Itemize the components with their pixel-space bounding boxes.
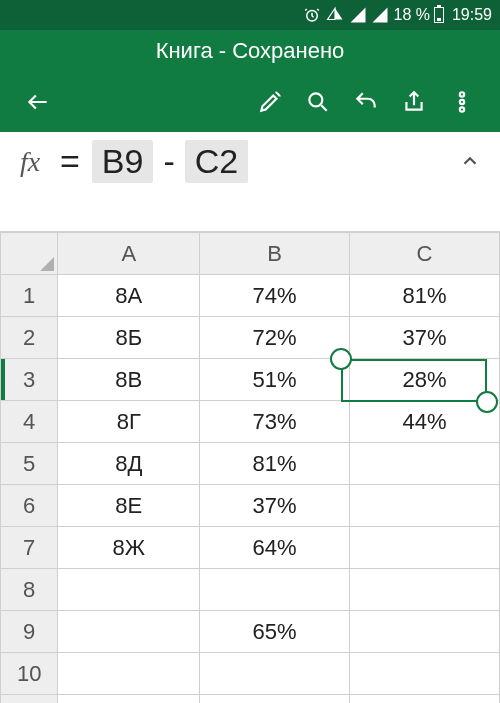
cell-c7[interactable] bbox=[350, 527, 500, 569]
cell-a5[interactable]: 8Д bbox=[58, 443, 200, 485]
back-button[interactable] bbox=[14, 78, 62, 126]
cell-a1[interactable]: 8А bbox=[58, 275, 200, 317]
cell-a6[interactable]: 8Е bbox=[58, 485, 200, 527]
undo-button[interactable] bbox=[342, 78, 390, 126]
cell-b9[interactable]: 65% bbox=[200, 611, 350, 653]
cell-c10[interactable] bbox=[350, 653, 500, 695]
cell-b8[interactable] bbox=[200, 569, 350, 611]
cell-b1[interactable]: 74% bbox=[200, 275, 350, 317]
cell-b4[interactable]: 73% bbox=[200, 401, 350, 443]
column-header-b[interactable]: B bbox=[200, 233, 350, 275]
row-header-10[interactable]: 10 bbox=[1, 653, 58, 695]
formula-operator: - bbox=[163, 142, 174, 181]
cell-c5[interactable] bbox=[350, 443, 500, 485]
svg-point-2 bbox=[460, 92, 464, 96]
cell-c4[interactable]: 44% bbox=[350, 401, 500, 443]
formula-bar: fx = B9 - C2 bbox=[0, 132, 500, 232]
row-header-6[interactable]: 6 bbox=[1, 485, 58, 527]
toolbar bbox=[0, 72, 500, 132]
signal-icon-2 bbox=[371, 6, 389, 24]
cell-a8[interactable] bbox=[58, 569, 200, 611]
column-header-c[interactable]: C bbox=[350, 233, 500, 275]
wifi-icon bbox=[325, 6, 345, 24]
cell-c3[interactable]: 28% bbox=[350, 359, 500, 401]
row-header-4[interactable]: 4 bbox=[1, 401, 58, 443]
formula-input[interactable]: = B9 - C2 bbox=[54, 140, 450, 183]
formula-equals: = bbox=[60, 142, 80, 181]
cell-c6[interactable] bbox=[350, 485, 500, 527]
more-button[interactable] bbox=[438, 78, 486, 126]
cell-a10[interactable] bbox=[58, 653, 200, 695]
title-bar: Книга - Сохранено bbox=[0, 30, 500, 72]
row-header-8[interactable]: 8 bbox=[1, 569, 58, 611]
share-button[interactable] bbox=[390, 78, 438, 126]
column-header-a[interactable]: A bbox=[58, 233, 200, 275]
row-header-5[interactable]: 5 bbox=[1, 443, 58, 485]
cell-c8[interactable] bbox=[350, 569, 500, 611]
cell-b11[interactable] bbox=[200, 695, 350, 704]
select-all-corner[interactable] bbox=[1, 233, 58, 275]
row-header-11[interactable]: 11 bbox=[1, 695, 58, 704]
cell-b10[interactable] bbox=[200, 653, 350, 695]
signal-icon bbox=[349, 6, 367, 24]
clock: 19:59 bbox=[452, 6, 492, 24]
fx-label[interactable]: fx bbox=[6, 140, 54, 178]
row-header-2[interactable]: 2 bbox=[1, 317, 58, 359]
formula-ref-2: C2 bbox=[185, 140, 248, 183]
status-bar: 18 % 19:59 bbox=[0, 0, 500, 30]
cell-a3[interactable]: 8В bbox=[58, 359, 200, 401]
cell-b2[interactable]: 72% bbox=[200, 317, 350, 359]
cell-c11[interactable] bbox=[350, 695, 500, 704]
svg-point-3 bbox=[460, 100, 464, 104]
svg-point-1 bbox=[309, 93, 322, 106]
cell-c9[interactable] bbox=[350, 611, 500, 653]
cell-b5[interactable]: 81% bbox=[200, 443, 350, 485]
row-header-3[interactable]: 3 bbox=[1, 359, 58, 401]
collapse-formula-button[interactable] bbox=[450, 140, 490, 172]
cell-c2[interactable]: 37% bbox=[350, 317, 500, 359]
row-header-9[interactable]: 9 bbox=[1, 611, 58, 653]
cell-a11[interactable] bbox=[58, 695, 200, 704]
search-button[interactable] bbox=[294, 78, 342, 126]
row-header-1[interactable]: 1 bbox=[1, 275, 58, 317]
cell-a7[interactable]: 8Ж bbox=[58, 527, 200, 569]
cell-c1[interactable]: 81% bbox=[350, 275, 500, 317]
svg-point-4 bbox=[460, 107, 464, 111]
battery-percent: 18 % bbox=[393, 6, 429, 24]
spreadsheet[interactable]: A B C 18А74%81% 28Б72%37% 38В51%28% 48Г7… bbox=[0, 232, 500, 703]
cell-b6[interactable]: 37% bbox=[200, 485, 350, 527]
row-header-7[interactable]: 7 bbox=[1, 527, 58, 569]
formula-ref-1: B9 bbox=[92, 140, 154, 183]
draw-button[interactable] bbox=[246, 78, 294, 126]
cell-a4[interactable]: 8Г bbox=[58, 401, 200, 443]
battery-icon bbox=[434, 7, 444, 23]
document-title: Книга - Сохранено bbox=[156, 38, 345, 64]
cell-a9[interactable] bbox=[58, 611, 200, 653]
cell-b7[interactable]: 64% bbox=[200, 527, 350, 569]
cell-a2[interactable]: 8Б bbox=[58, 317, 200, 359]
alarm-icon bbox=[303, 6, 321, 24]
cell-b3[interactable]: 51% bbox=[200, 359, 350, 401]
